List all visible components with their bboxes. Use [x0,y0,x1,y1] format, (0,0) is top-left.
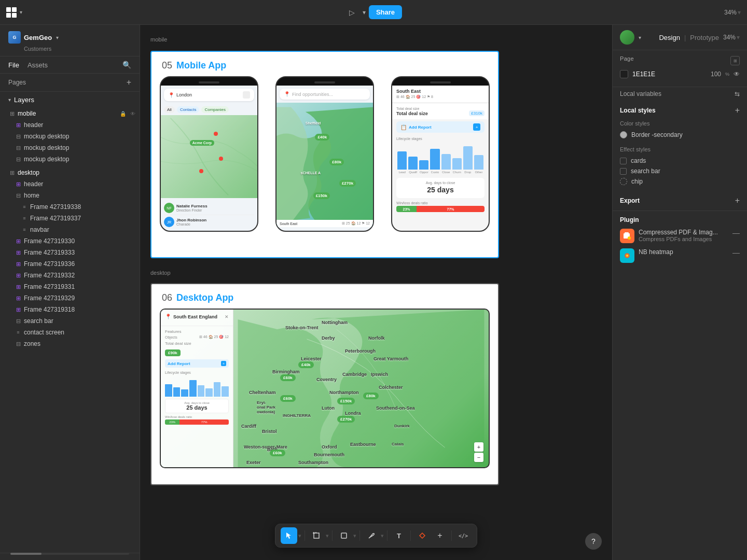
plugin-title: Plugin [620,216,740,223]
layer-frame331[interactable]: ⊞ Frame 427319331 [0,281,140,292]
play-dropdown[interactable]: ▾ [363,9,366,16]
user-caret[interactable]: ▾ [639,35,641,40]
effect-item-search-bar[interactable]: search bar [620,166,740,176]
plugin-section: Plugin Compresssed PDF & Imag... Compres… [613,211,747,273]
style-item-border-secondary[interactable]: Border -secondary [620,130,740,140]
layer-frame333[interactable]: ⊞ Frame 427319333 [0,247,140,258]
tab-assets[interactable]: Assets [27,61,48,69]
top-bar: ▾ ▷ ▾ Share 34% ▾ [0,0,747,25]
frame-tool[interactable] [308,527,325,544]
right-zoom[interactable]: 34% ▾ [723,34,740,41]
layer-frame329[interactable]: ⊞ Frame 427319329 [0,292,140,304]
pen-tool[interactable] [363,527,380,544]
layer-frame336[interactable]: ⊞ Frame 427319336 [0,258,140,270]
desktop-frame[interactable]: 06 Desktop App 📍 South East England ✕ [150,283,499,485]
layer-desktop[interactable]: ⊞ desktop [0,167,140,178]
rect-tool[interactable] [336,527,352,544]
color-visibility-icon[interactable]: 👁 [734,71,740,78]
canvas-area[interactable]: mobile 05 Mobile App [140,25,612,560]
svg-point-10 [627,255,628,257]
layer-navbar[interactable]: ≡ navbar [0,224,140,235]
border-secondary-label: Border -secondary [631,131,683,138]
add-page-button[interactable]: + [127,78,131,87]
tab-file[interactable]: File [8,61,19,69]
svg-rect-0 [314,533,319,538]
mobile-section-label: mobile [150,34,167,44]
layer-zones[interactable]: ⊟ zones [0,338,140,349]
svg-rect-4 [341,533,347,538]
svg-point-7 [628,236,631,240]
add-export-button[interactable]: + [735,196,740,205]
zoom-level: 34% ▾ [724,9,741,16]
user-avatar [620,30,634,45]
layer-mockup-1[interactable]: ⊟ mockup desktop [0,131,140,142]
layer-home[interactable]: ⊟ home [0,190,140,201]
select-tool[interactable] [281,527,297,544]
cards-checkbox [620,158,627,164]
app-logo-caret[interactable]: ▾ [20,9,22,15]
effect-item-chip[interactable]: chip [620,176,740,187]
tool-divider-1 [305,530,305,541]
grid-icon[interactable] [6,7,17,18]
layer-mobile[interactable]: ⊞ mobile 🔒 👁 [0,108,140,119]
search-bar-effect-label: search bar [631,167,660,175]
search-bar-checkbox [620,168,627,175]
local-variables-label: Local variables [620,90,735,97]
code-tool[interactable]: </> [455,527,472,544]
layer-frame318[interactable]: ⊞ Frame 427319318 [0,304,140,315]
phone-2: 📍 Find opportunities... [275,76,374,232]
layer-searchbar[interactable]: ⊟ search bar [0,315,140,327]
layer-header-1[interactable]: ⊞ header [0,119,140,131]
app-name-caret[interactable]: ▾ [56,35,59,40]
main-layout: G GemGeo ▾ Customers File Assets 🔍 Pages… [0,25,747,560]
layers-header[interactable]: ▾ Layers [0,92,140,108]
variables-icon: ⇆ [735,90,740,97]
layer-frame330[interactable]: ⊞ Frame 427319330 [0,235,140,247]
app-name[interactable]: GemGeo [24,34,52,41]
layer-contact[interactable]: ≡ contact screen [0,327,140,338]
mobile-frame[interactable]: 05 Mobile App 📍 [150,51,499,258]
local-variables-row[interactable]: Local variables ⇆ [613,87,747,101]
prototype-tab[interactable]: Prototype [690,34,719,41]
sidebar-scrollbar[interactable] [10,553,129,555]
desktop-section-title: Desktop App [176,292,233,303]
design-tab[interactable]: Design [659,34,680,41]
layer-mockup-3[interactable]: ⊟ mockup desktop [0,153,140,165]
page-color-opacity[interactable]: 100 [711,71,721,78]
page-icon[interactable]: ⊞ [730,56,740,65]
canvas-content: mobile 05 Mobile App [140,25,612,560]
page-color-row: 1E1E1E 100 % 👁 [620,70,740,78]
right-sidebar: ▾ Design | Prototype 34% ▾ Page ⊞ 1E1E1E… [612,25,747,560]
app-subtitle: Customers [24,46,131,52]
plus-tool[interactable]: + [432,527,448,544]
search-icon-btn[interactable]: 🔍 [122,61,131,69]
heatmap-plugin-icon [620,248,634,263]
pages-section: Pages + [0,74,140,92]
tool-divider-2 [332,530,333,541]
page-color-swatch[interactable] [620,70,628,78]
plugin-heatmap: NB heatmap — [620,248,740,263]
layer-frame338[interactable]: ≡ Frame 427319338 [0,201,140,213]
effect-item-cards[interactable]: cards [620,156,740,166]
layers-section[interactable]: ▾ Layers ⊞ mobile 🔒 👁 ⊞ header ⊟ mockup … [0,92,140,553]
share-button[interactable]: Share [369,5,402,19]
layer-eye-icon[interactable]: 👁 [130,111,135,117]
plugin-pdf: Compresssed PDF & Imag... Compress PDFs … [620,229,740,243]
left-sidebar: G GemGeo ▾ Customers File Assets 🔍 Pages… [0,25,140,560]
border-secondary-swatch [620,131,627,138]
page-color-hex[interactable]: 1E1E1E [632,71,707,78]
text-tool[interactable]: T [391,527,407,544]
layer-frame337[interactable]: ≡ Frame 427319337 [0,213,140,224]
heatmap-plugin-remove[interactable]: — [732,248,740,257]
layer-frame332[interactable]: ⊞ Frame 427319332 [0,270,140,281]
percent-label: % [725,72,729,77]
play-button[interactable]: ▷ [345,5,359,20]
add-local-style-button[interactable]: + [735,106,740,115]
help-button[interactable]: ? [585,533,602,550]
pdf-plugin-remove[interactable]: — [732,229,740,237]
layer-header-2[interactable]: ⊞ header [0,178,140,190]
color-styles-label: Color styles [620,120,740,127]
component-tool[interactable] [414,527,431,544]
layers-title: Layers [14,96,131,104]
layer-mockup-2[interactable]: ⊟ mockup desktop [0,142,140,153]
